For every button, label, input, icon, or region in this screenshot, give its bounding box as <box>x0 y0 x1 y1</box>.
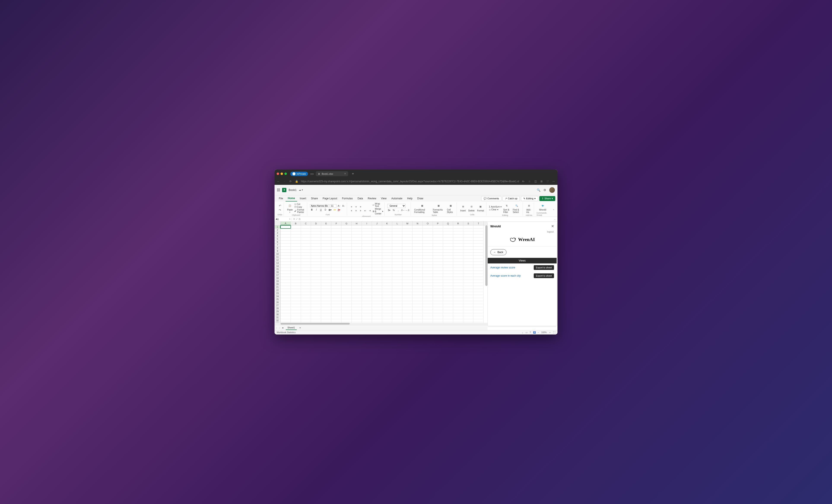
cell[interactable] <box>281 244 291 247</box>
cell[interactable] <box>433 232 443 235</box>
cell[interactable] <box>433 238 443 241</box>
cell[interactable] <box>413 295 423 298</box>
cell[interactable] <box>423 249 433 253</box>
cell[interactable] <box>341 241 352 244</box>
cell[interactable] <box>413 313 423 316</box>
cell[interactable] <box>331 241 341 244</box>
cell[interactable] <box>413 226 423 229</box>
column-header[interactable]: L <box>392 221 402 225</box>
cell[interactable] <box>443 238 453 241</box>
cell[interactable] <box>423 322 433 323</box>
cell[interactable] <box>423 316 433 319</box>
cell[interactable] <box>352 265 362 268</box>
cell[interactable] <box>463 307 473 310</box>
cell[interactable] <box>443 307 453 310</box>
cell[interactable] <box>443 256 453 259</box>
cell[interactable] <box>291 232 301 235</box>
cell[interactable] <box>301 316 311 319</box>
cell[interactable] <box>453 235 463 238</box>
cell[interactable] <box>341 274 352 277</box>
cell[interactable] <box>372 310 382 313</box>
cell[interactable] <box>402 319 413 322</box>
cell[interactable] <box>443 301 453 304</box>
cell[interactable] <box>301 277 311 280</box>
cell[interactable] <box>453 274 463 277</box>
cell[interactable] <box>281 265 291 268</box>
cell[interactable] <box>423 262 433 265</box>
cell[interactable] <box>321 249 331 253</box>
cell[interactable] <box>473 277 484 280</box>
cell[interactable] <box>433 226 443 229</box>
cell[interactable] <box>291 268 301 271</box>
cell[interactable] <box>281 301 291 304</box>
cell[interactable] <box>433 322 443 323</box>
cell[interactable] <box>382 229 392 232</box>
cell[interactable] <box>331 249 341 253</box>
cell[interactable] <box>463 271 473 274</box>
cell[interactable] <box>291 244 301 247</box>
tab-draw[interactable]: Draw <box>415 196 425 201</box>
cell[interactable] <box>301 310 311 313</box>
cell[interactable] <box>463 298 473 301</box>
addins-button[interactable]: ⊞Add-ins <box>525 203 532 214</box>
cell[interactable] <box>463 226 473 229</box>
cell[interactable] <box>392 244 402 247</box>
cell[interactable] <box>311 232 321 235</box>
tab-file[interactable]: File <box>277 196 285 201</box>
saved-indicator-icon[interactable]: ☁ ▾ <box>299 188 303 191</box>
cell[interactable] <box>463 249 473 253</box>
cell[interactable] <box>341 295 352 298</box>
cell[interactable] <box>382 280 392 283</box>
cell[interactable] <box>413 319 423 322</box>
cell[interactable] <box>362 301 372 304</box>
cell[interactable] <box>402 232 413 235</box>
undo-icon[interactable]: ↶ <box>278 204 282 208</box>
horizontal-scrollbar[interactable] <box>281 323 350 324</box>
cell[interactable] <box>311 313 321 316</box>
cell[interactable] <box>443 310 453 313</box>
cell[interactable] <box>423 253 433 256</box>
cell[interactable] <box>453 316 463 319</box>
column-header[interactable]: O <box>423 221 433 225</box>
cell[interactable] <box>281 313 291 316</box>
cell[interactable] <box>341 277 352 280</box>
cell[interactable] <box>331 313 341 316</box>
cell[interactable] <box>341 238 352 241</box>
cell[interactable] <box>341 307 352 310</box>
cell[interactable] <box>362 304 372 307</box>
cell[interactable] <box>311 283 321 286</box>
cell[interactable] <box>423 298 433 301</box>
cell[interactable] <box>372 298 382 301</box>
cell[interactable] <box>281 235 291 238</box>
cell[interactable] <box>301 280 311 283</box>
row-header[interactable]: 2 <box>275 229 281 232</box>
fullscreen-icon[interactable]: ⛶ <box>553 331 555 334</box>
cell[interactable] <box>463 259 473 262</box>
row-header[interactable]: 14 <box>275 265 281 268</box>
cell[interactable] <box>443 244 453 247</box>
cell[interactable] <box>331 226 341 229</box>
cell[interactable] <box>463 265 473 268</box>
url-text[interactable]: https://cannerio325-my.sharepoint.com/:x… <box>301 180 519 183</box>
cell[interactable] <box>443 265 453 268</box>
cell[interactable] <box>372 277 382 280</box>
cell[interactable] <box>331 283 341 286</box>
cell[interactable] <box>443 226 453 229</box>
cell[interactable] <box>311 253 321 256</box>
cell[interactable] <box>423 286 433 289</box>
cell[interactable] <box>392 274 402 277</box>
cell[interactable] <box>352 256 362 259</box>
cell-styles-button[interactable]: ▦Cell Styles <box>446 203 455 214</box>
cell[interactable] <box>443 283 453 286</box>
row-header[interactable]: 1 <box>275 226 281 229</box>
cell[interactable] <box>311 307 321 310</box>
cell[interactable] <box>291 292 301 295</box>
cell[interactable] <box>301 226 311 229</box>
cell[interactable] <box>321 304 331 307</box>
cell[interactable] <box>433 280 443 283</box>
cell[interactable] <box>402 310 413 313</box>
cell[interactable] <box>382 238 392 241</box>
cell[interactable] <box>311 304 321 307</box>
cell[interactable] <box>443 316 453 319</box>
cell[interactable] <box>473 298 484 301</box>
